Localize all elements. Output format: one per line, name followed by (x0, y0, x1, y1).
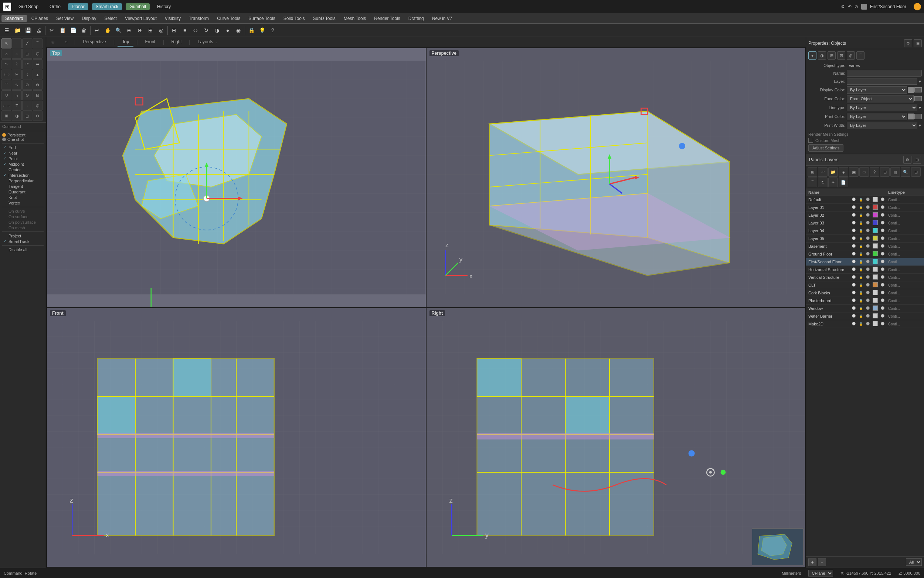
layer-vis-14[interactable] (850, 305, 857, 312)
layer-lock-3[interactable]: 🔒 (857, 219, 864, 227)
layer-color-0[interactable] (871, 196, 879, 204)
layer-mat-3[interactable] (879, 219, 886, 227)
tb-light[interactable]: 💡 (257, 25, 267, 36)
layer-vis-3[interactable] (850, 219, 857, 227)
prop-layer-input[interactable] (847, 78, 918, 85)
layer-row-3[interactable]: Layer 03🔒Conti... (806, 219, 924, 227)
menu-render-tools[interactable]: Render Tools (371, 15, 404, 22)
status-cplane-select[interactable]: CPlane (808, 570, 833, 576)
layer-color-13[interactable] (871, 297, 879, 305)
props-gear-icon[interactable]: ⚙ (904, 39, 912, 47)
layer-lock-10[interactable]: 🔒 (857, 274, 864, 281)
prop-linetype-arrow[interactable]: ▼ (918, 106, 922, 110)
layer-render-9[interactable] (864, 266, 871, 274)
menu-mesh-tools[interactable]: Mesh Tools (340, 15, 370, 22)
layer-render-7[interactable] (864, 250, 871, 258)
snap-midpoint-check[interactable] (2, 162, 7, 166)
prop-display-color-select[interactable]: By Layer (847, 86, 907, 94)
tb-zoom-window[interactable]: 🔍 (113, 25, 123, 36)
menu-subd-tools[interactable]: SubD Tools (309, 15, 339, 22)
layer-color-8[interactable] (871, 258, 879, 266)
tb-help[interactable]: ? (268, 25, 278, 36)
line-tool[interactable]: ╱ (22, 39, 32, 49)
menu-transform[interactable]: Transform (185, 15, 212, 22)
layer-lock-7[interactable]: 🔒 (857, 250, 864, 258)
layers-tb-folder[interactable]: 📁 (828, 167, 838, 177)
snap-disableall-label[interactable]: Disable all (8, 247, 28, 252)
snap-onmesh-check[interactable] (2, 225, 7, 230)
layer-render-2[interactable] (864, 211, 871, 219)
hatch-tool[interactable]: ⋮ (22, 101, 32, 110)
props-object-icon[interactable]: ● (808, 51, 816, 60)
layer-vis-11[interactable] (850, 281, 857, 289)
layer-row-1[interactable]: Layer 01🔒Conti... (806, 204, 924, 211)
viewport-single-button[interactable]: □ (61, 37, 71, 47)
layers-tb-filter[interactable]: ⊟ (880, 167, 890, 177)
history-button[interactable]: History (154, 3, 175, 10)
layer-color-16[interactable] (871, 320, 879, 328)
layer-vis-12[interactable] (850, 289, 857, 297)
ortho-button[interactable]: Ortho (46, 3, 64, 10)
layer-color-5[interactable] (871, 235, 879, 243)
prop-print-width-arrow[interactable]: ▼ (918, 123, 922, 128)
menu-visibility[interactable]: Visibility (161, 15, 184, 22)
layer-vis-10[interactable] (850, 274, 857, 281)
tb-zoom-in[interactable]: ⊕ (124, 25, 134, 36)
snap-tangent-label[interactable]: Tangent (8, 184, 23, 188)
split-tool[interactable]: ⌇ (22, 70, 32, 80)
layer-vis-7[interactable] (850, 250, 857, 258)
tb-zoom-all[interactable]: ⊞ (145, 25, 155, 36)
layer-vis-15[interactable] (850, 312, 857, 320)
layers-gear-icon[interactable]: ⚙ (903, 156, 911, 164)
snap-onsurface-label[interactable]: On surface (8, 214, 29, 219)
viewport-right[interactable]: Right (427, 308, 805, 567)
vp-tab-front[interactable]: Front (141, 38, 160, 47)
curve-from-pts-tool[interactable]: ⌇ (12, 59, 22, 69)
props-curve-icon[interactable]: ⌒ (856, 51, 864, 60)
prop-print-width-select[interactable]: By Layer (847, 122, 918, 129)
record-icon[interactable]: ⊙ (854, 4, 858, 9)
props-expand-icon[interactable]: ⊞ (914, 39, 922, 47)
props-dim-icon[interactable]: ⊡ (837, 51, 845, 60)
tb-paste[interactable]: 📄 (68, 25, 78, 36)
props-layer-icon[interactable]: ⊞ (827, 51, 836, 60)
snap-knot-check[interactable] (2, 195, 7, 200)
viewport-front[interactable]: Front (47, 308, 426, 567)
trim-tool[interactable]: ✂ (12, 70, 22, 80)
layer-lock-4[interactable]: 🔒 (857, 227, 864, 235)
snap-smarttrack-label[interactable]: SmartTrack (8, 239, 29, 244)
menu-standard[interactable]: Standard (2, 15, 27, 22)
snap-midpoint-label[interactable]: Midpoint (8, 162, 24, 166)
layer-color-9[interactable] (871, 266, 879, 274)
layer-mat-9[interactable] (879, 266, 886, 274)
camera-tool[interactable]: ◻ (22, 111, 32, 121)
layers-tb-search[interactable]: 🔍 (901, 167, 910, 177)
menu-setview[interactable]: Set View (52, 15, 77, 22)
mirror-tool[interactable]: ⟺ (2, 70, 11, 80)
layer-lock-15[interactable]: 🔒 (857, 312, 864, 320)
layers-tb-block[interactable]: ▣ (849, 167, 859, 177)
layer-render-6[interactable] (864, 243, 871, 250)
boolean-union[interactable]: ∪ (2, 90, 11, 100)
layer-mat-4[interactable] (879, 227, 886, 235)
layer-lock-6[interactable]: 🔒 (857, 243, 864, 250)
circle-tool[interactable]: ○ (2, 49, 11, 59)
layer-add-button[interactable]: + (808, 558, 816, 566)
tb-zoom-out[interactable]: ⊖ (134, 25, 145, 36)
prop-layer-arrow[interactable]: ▼ (918, 80, 922, 84)
layer-render-0[interactable] (864, 196, 871, 204)
layer-render-5[interactable] (864, 235, 871, 243)
offset-tool[interactable]: ≑ (32, 59, 42, 69)
tb-snap-toggle[interactable]: 🔒 (246, 25, 257, 36)
snap-center-check[interactable] (2, 167, 7, 172)
layer-row-7[interactable]: Ground Floor🔒Conti... (806, 250, 924, 258)
snap-point-check[interactable] (2, 156, 7, 161)
layers-filter-select[interactable]: All (906, 559, 922, 566)
snap-intersection-check[interactable] (2, 173, 7, 177)
custom-mesh-check[interactable] (808, 138, 813, 143)
layer-mat-15[interactable] (879, 312, 886, 320)
select-tool[interactable]: ↖ (2, 39, 11, 49)
layer-lock-0[interactable]: 🔒 (857, 196, 864, 204)
menu-cplanes[interactable]: CPlanes (28, 15, 52, 22)
layers-tb-curve[interactable]: ⌒ (807, 177, 817, 187)
